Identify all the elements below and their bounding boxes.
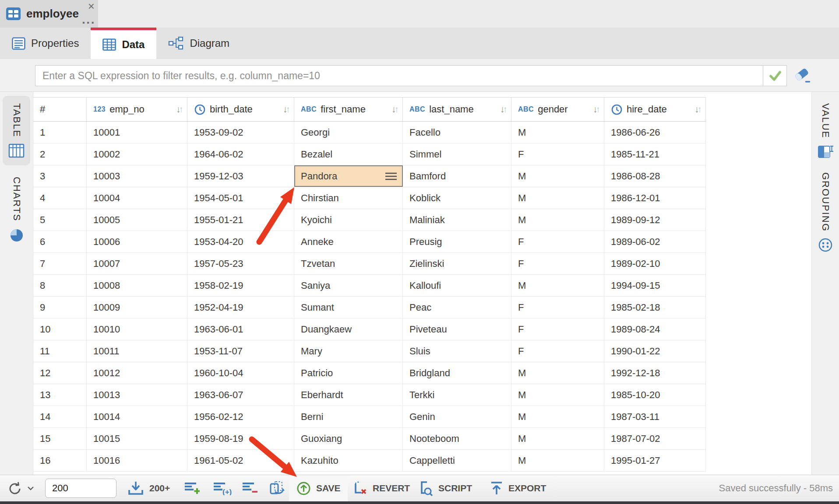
grid-cell[interactable]: 1961-05-02: [187, 450, 294, 471]
grid-cell[interactable]: 10009: [87, 297, 187, 318]
grid-cell[interactable]: Cappelletti: [403, 450, 511, 471]
row-number-cell[interactable]: 8: [33, 275, 87, 296]
grid-cell[interactable]: 1955-01-21: [187, 209, 294, 231]
grid-cell[interactable]: 10004: [87, 187, 187, 209]
grid-cell[interactable]: Chirstian: [294, 187, 403, 209]
rail-tab-table[interactable]: TABLE: [3, 96, 30, 165]
grid-cell[interactable]: 10016: [87, 450, 187, 471]
row-number-cell[interactable]: 13: [33, 384, 87, 406]
grid-cell[interactable]: Bezalel: [294, 144, 403, 165]
grid-cell[interactable]: 1990-01-22: [604, 340, 706, 362]
script-button[interactable]: SCRIPT: [417, 475, 472, 501]
sort-icon[interactable]: ↓↑: [391, 104, 399, 115]
grid-cell[interactable]: M: [511, 384, 604, 406]
grid-cell[interactable]: Terkki: [403, 384, 511, 406]
sql-filter-input[interactable]: [35, 66, 763, 86]
grid-cell[interactable]: 10015: [87, 428, 187, 449]
grid-cell[interactable]: 10013: [87, 384, 187, 406]
grid-cell[interactable]: Nooteboom: [403, 428, 511, 449]
grid-cell[interactable]: 1986-08-28: [604, 165, 706, 187]
grid-cell[interactable]: Berni: [294, 406, 403, 427]
grid-cell[interactable]: 1989-09-12: [604, 209, 706, 231]
grid-cell[interactable]: 10002: [87, 144, 187, 165]
column-header-birth_date[interactable]: birth_date↓↑: [187, 98, 294, 121]
grid-cell[interactable]: M: [511, 450, 604, 471]
grid-cell[interactable]: 1987-07-02: [604, 428, 706, 449]
grid-cell[interactable]: Koblick: [403, 187, 511, 209]
grid-cell[interactable]: Sluis: [403, 340, 511, 362]
grid-cell[interactable]: Tzvetan: [294, 253, 403, 274]
grid-cell[interactable]: 10012: [87, 362, 187, 384]
refresh-menu-button[interactable]: [7, 475, 34, 501]
grid-cell[interactable]: Mary: [294, 340, 403, 362]
close-icon[interactable]: ×: [88, 0, 95, 12]
grid-cell[interactable]: M: [511, 209, 604, 231]
row-number-cell[interactable]: 3: [33, 165, 87, 187]
tab-overflow-icon[interactable]: ···: [82, 18, 95, 28]
column-header-rownum[interactable]: #: [33, 98, 87, 121]
row-number-cell[interactable]: 6: [33, 231, 87, 252]
grid-cell[interactable]: 1995-01-27: [604, 450, 706, 471]
grid-cell[interactable]: M: [511, 187, 604, 209]
row-number-cell[interactable]: 15: [33, 428, 87, 449]
grid-cell[interactable]: 1963-06-01: [187, 318, 294, 340]
grid-cell[interactable]: Duangkaew: [294, 318, 403, 340]
grid-cell[interactable]: 1960-10-04: [187, 362, 294, 384]
grid-cell[interactable]: Kazuhito: [294, 450, 403, 471]
fetch-next-page-button[interactable]: 200+: [127, 475, 170, 501]
grid-cell[interactable]: Kyoichi: [294, 209, 403, 231]
grid-cell[interactable]: 1952-04-19: [187, 297, 294, 318]
grid-cell[interactable]: Zielinski: [403, 253, 511, 274]
grid-cell[interactable]: 1959-12-03: [187, 165, 294, 187]
rail-tab-value[interactable]: VALUE: [818, 103, 834, 159]
grid-cell[interactable]: F: [511, 253, 604, 274]
grid-cell[interactable]: M: [511, 122, 604, 143]
tab-properties[interactable]: Properties: [0, 28, 91, 59]
row-number-cell[interactable]: 9: [33, 297, 87, 318]
grid-cell[interactable]: 1987-03-11: [604, 406, 706, 427]
grid-cell[interactable]: Anneke: [294, 231, 403, 252]
grid-cell[interactable]: F: [511, 297, 604, 318]
row-number-cell[interactable]: 14: [33, 406, 87, 427]
grid-cell[interactable]: Bridgland: [403, 362, 511, 384]
column-header-first_name[interactable]: ABCfirst_name↓↑: [294, 98, 403, 121]
column-header-hire_date[interactable]: hire_date↓↑: [604, 98, 706, 121]
column-header-last_name[interactable]: ABClast_name↓↑: [403, 98, 511, 121]
grid-cell[interactable]: 1994-09-15: [604, 275, 706, 296]
grid-cell[interactable]: M: [511, 275, 604, 296]
grid-cell[interactable]: 10011: [87, 340, 187, 362]
row-number-cell[interactable]: 11: [33, 340, 87, 362]
grid-cell[interactable]: 1989-06-02: [604, 231, 706, 252]
grid-cell[interactable]: 1956-02-12: [187, 406, 294, 427]
row-number-cell[interactable]: 10: [33, 318, 87, 340]
grid-cell[interactable]: 1953-04-20: [187, 231, 294, 252]
row-number-cell[interactable]: 2: [33, 144, 87, 165]
sort-icon[interactable]: ↓↑: [500, 104, 508, 115]
revert-button[interactable]: REVERT: [352, 475, 410, 501]
column-header-emp_no[interactable]: 123emp_no↓↑: [87, 98, 187, 121]
grid-cell[interactable]: 10005: [87, 209, 187, 231]
grid-cell[interactable]: Pandora: [294, 165, 403, 187]
grid-cell[interactable]: 1953-11-07: [187, 340, 294, 362]
tab-diagram[interactable]: Diagram: [156, 28, 241, 59]
grid-cell[interactable]: 1985-10-20: [604, 384, 706, 406]
grid-cell[interactable]: 1989-02-10: [604, 253, 706, 274]
fetch-size-input[interactable]: [45, 479, 116, 498]
grid-cell[interactable]: Patricio: [294, 362, 403, 384]
sort-icon[interactable]: ↓↑: [694, 104, 702, 115]
editor-tab-employee[interactable]: employee × ···: [0, 0, 98, 28]
grid-cell[interactable]: Kalloufi: [403, 275, 511, 296]
grid-cell[interactable]: 10008: [87, 275, 187, 296]
row-number-cell[interactable]: 5: [33, 209, 87, 231]
grid-cell[interactable]: 10010: [87, 318, 187, 340]
grid-cell[interactable]: 1985-11-21: [604, 144, 706, 165]
apply-filter-button[interactable]: [763, 66, 786, 86]
grid-cell[interactable]: F: [511, 144, 604, 165]
grid-cell[interactable]: 10007: [87, 253, 187, 274]
grid-cell[interactable]: 10014: [87, 406, 187, 427]
grid-cell[interactable]: 1986-06-26: [604, 122, 706, 143]
rail-tab-grouping[interactable]: GROUPING: [818, 172, 833, 253]
grid-cell[interactable]: 1986-12-01: [604, 187, 706, 209]
grid-cell[interactable]: F: [511, 231, 604, 252]
export-button[interactable]: EXPORT: [490, 475, 546, 501]
